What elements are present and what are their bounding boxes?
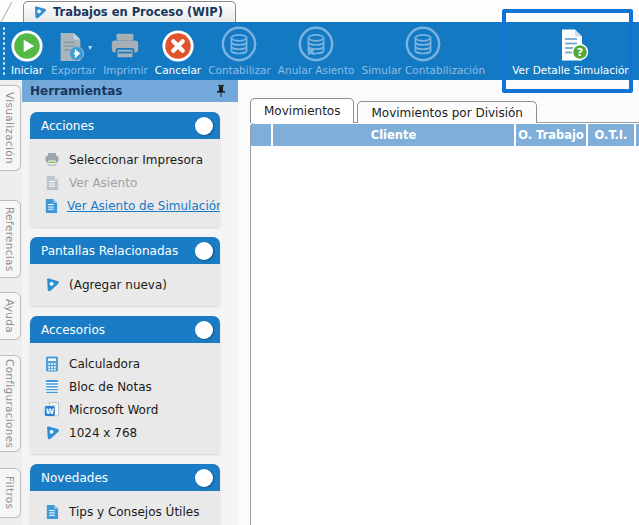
side-tab-label: Ayuda: [4, 299, 16, 333]
imprimir-label: Imprimir: [103, 64, 148, 77]
cancelar-button[interactable]: Cancelar: [155, 25, 201, 77]
section-novedades: Novedades Tips y Consejos Útiles Novedad…: [30, 464, 220, 525]
section-acciones-header[interactable]: Acciones: [30, 112, 220, 139]
item-ver-asiento-de-simulacion[interactable]: Ver Asiento de Simulación: [43, 194, 214, 217]
printer-icon: [108, 31, 142, 63]
side-tab-filtros[interactable]: Filtros: [0, 468, 21, 518]
app-logo-icon: [32, 5, 47, 20]
item-bloc-de-notas[interactable]: Bloc de Notas: [43, 375, 214, 398]
side-tab-label: Visualización: [4, 92, 16, 164]
item-calculadora[interactable]: Calculadora: [43, 352, 214, 375]
item-label: Ver Asiento de Simulación: [67, 199, 220, 213]
side-tab-label: Filtros: [4, 476, 16, 509]
collapse-knob-icon[interactable]: [195, 321, 213, 339]
side-tab-label: Configuraciones: [4, 359, 16, 448]
section-accesorios-header[interactable]: Accesorios: [30, 316, 220, 343]
exportar-label: Exportar: [51, 64, 96, 77]
export-document-icon: [55, 31, 85, 63]
column-oti[interactable]: O.T.I.: [588, 124, 634, 146]
printer-icon: [43, 151, 60, 168]
item-label: Calculadora: [69, 357, 140, 371]
side-rail: Visualización Referencias Ayuda Configur…: [0, 80, 22, 525]
item-label: (Agregar nueva): [69, 278, 167, 292]
item-microsoft-word[interactable]: W Microsoft Word: [43, 398, 214, 421]
item-label: 1024 x 768: [69, 426, 137, 440]
document-gray-icon: [43, 174, 60, 191]
simular-contabilizacion-button[interactable]: Simular Contabilización: [362, 25, 486, 77]
movimientos-pane: Cliente O. Trabajo O.T.I.: [250, 122, 639, 525]
calculator-icon: [43, 355, 60, 372]
item-tips-y-consejos[interactable]: Tips y Consejos Útiles: [43, 500, 214, 523]
svg-text:?: ?: [576, 46, 582, 59]
ver-detalle-simulacion-label: Ver Detalle Simulación: [512, 64, 631, 77]
section-acciones: Acciones Seleccionar Impresora Ver Asien…: [30, 112, 220, 227]
side-tab-referencias[interactable]: Referencias: [0, 200, 21, 278]
herramientas-panel: Herramientas Acciones Seleccionar Impres…: [22, 80, 238, 525]
item-ver-asiento[interactable]: Ver Asiento: [43, 171, 214, 194]
app-logo-icon: [43, 276, 60, 293]
column-cliente[interactable]: Cliente: [273, 124, 514, 146]
section-novedades-header[interactable]: Novedades: [30, 464, 220, 491]
exportar-button[interactable]: ▾ Exportar: [51, 25, 96, 77]
tab-label: Movimientos: [264, 104, 340, 118]
section-title: Pantallas Relacionadas: [30, 244, 195, 258]
coins-circle-icon: [220, 25, 258, 63]
contabilizar-label: Contabilizar: [208, 64, 271, 77]
collapse-knob-icon[interactable]: [195, 242, 213, 260]
word-icon: W: [43, 401, 60, 418]
main-toolbar: Iniciar ▾ Exportar Imprimir Cancelar: [0, 22, 639, 80]
coins-simulate-icon: [404, 25, 442, 63]
tab-label: Movimientos por División: [371, 106, 523, 120]
item-label: Ver Asiento: [69, 176, 137, 190]
contabilizar-button[interactable]: Contabilizar: [208, 25, 271, 77]
main-content: Cliente O. Trabajo O.T.I. Movimientos Mo…: [238, 80, 639, 525]
item-label: Bloc de Notas: [69, 380, 152, 394]
document-blue-icon: [43, 197, 58, 214]
section-title: Accesorios: [30, 323, 195, 337]
play-circle-icon: [10, 29, 44, 63]
side-tab-configuraciones[interactable]: Configuraciones: [0, 355, 21, 452]
item-agregar-nueva[interactable]: (Agregar nueva): [43, 273, 214, 296]
cancelar-label: Cancelar: [155, 64, 201, 77]
section-pantallas-header[interactable]: Pantallas Relacionadas: [30, 237, 220, 264]
side-tab-ayuda[interactable]: Ayuda: [0, 292, 21, 340]
item-label: Seleccionar Impresora: [69, 153, 203, 167]
anular-asiento-button[interactable]: Anular Asiento: [278, 25, 355, 77]
toolbar-grip[interactable]: [2, 26, 6, 76]
imprimir-button[interactable]: Imprimir: [103, 25, 148, 77]
document-blue-icon: [43, 503, 60, 520]
app-logo-icon: [43, 424, 60, 441]
notepad-icon: [43, 378, 60, 395]
collapse-knob-icon[interactable]: [195, 117, 213, 135]
item-label: Tips y Consejos Útiles: [69, 505, 199, 519]
coins-remove-icon: [297, 25, 335, 63]
pin-icon[interactable]: [214, 84, 228, 98]
herramientas-header: Herramientas: [22, 80, 238, 102]
tab-movimientos-por-division[interactable]: Movimientos por División: [357, 101, 537, 123]
item-resolucion-1024x768[interactable]: 1024 x 768: [43, 421, 214, 444]
window-tab[interactable]: Trabajos en Proceso (WIP): [23, 1, 236, 22]
svg-text:W: W: [45, 406, 54, 415]
iniciar-label: Iniciar: [11, 64, 43, 77]
side-tab-visualizacion[interactable]: Visualización: [0, 85, 21, 171]
item-label: Microsoft Word: [69, 403, 158, 417]
tab-movimientos[interactable]: Movimientos: [250, 98, 354, 123]
document-question-icon: ?: [554, 27, 590, 63]
table-header-row: Cliente O. Trabajo O.T.I.: [251, 124, 639, 146]
ver-detalle-simulacion-button[interactable]: ? Ver Detalle Simulación: [512, 25, 631, 77]
section-accesorios: Accesorios Calculadora Bloc de Notas: [30, 316, 220, 454]
window-tab-title: Trabajos en Proceso (WIP): [53, 5, 223, 19]
iniciar-button[interactable]: Iniciar: [10, 25, 44, 77]
column-o-trabajo[interactable]: O. Trabajo: [516, 124, 586, 146]
column-row-selector[interactable]: [251, 124, 271, 146]
exportar-dropdown-icon[interactable]: ▾: [88, 43, 92, 52]
herramientas-title: Herramientas: [22, 84, 214, 98]
section-title: Acciones: [30, 119, 195, 133]
simular-contabilizacion-label: Simular Contabilización: [362, 64, 486, 77]
anular-asiento-label: Anular Asiento: [278, 64, 355, 77]
section-title: Novedades: [30, 471, 195, 485]
app-window: Trabajos en Proceso (WIP) Iniciar ▾ Expo…: [0, 0, 639, 525]
title-strip: Trabajos en Proceso (WIP): [0, 0, 639, 22]
item-seleccionar-impresora[interactable]: Seleccionar Impresora: [43, 148, 214, 171]
collapse-knob-icon[interactable]: [195, 469, 213, 487]
